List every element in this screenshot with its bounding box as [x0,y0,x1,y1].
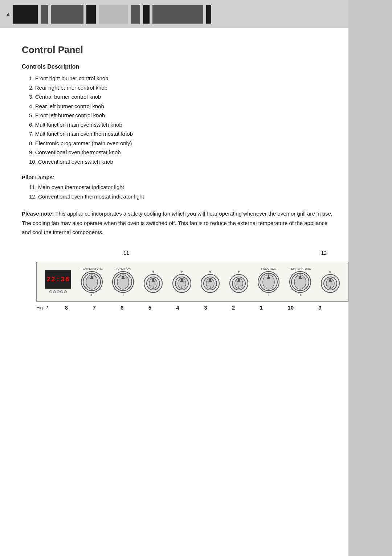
knob-10-top-label: TEMPERATURE [289,267,311,270]
knob-7-top-label: TEMPERATURE [81,267,103,270]
page-number: 4 [7,11,9,17]
bar-block-4 [86,5,96,24]
top-bar: 4 [0,0,392,28]
bottom-num-9: 9 [318,304,321,311]
please-note-label: Please note: [22,210,54,217]
bottom-num-10: 10 [287,304,294,311]
knob-6-circle [112,271,134,293]
knob-7: TEMPERATURE [81,267,103,296]
knob-5: ⊕ [144,270,163,293]
controls-list: 1. Front right burner control knob 2. Re… [22,74,334,166]
bar-block-6 [131,5,140,24]
bar-block-3 [51,5,83,24]
list-item: 8. Electronic programmer (main oven only… [22,139,334,148]
knob-9: ⊕ [321,270,340,293]
knob-6-top-label: FUNCTION [116,267,131,270]
pilot-lamps-heading: Pilot Lamps: [22,174,334,180]
list-item: 7. Multifunction main oven thermostat kn… [22,129,334,139]
label-11: 11 [123,250,129,256]
knob-2-icon: ⊕ [237,270,240,273]
bottom-num-6: 6 [121,304,123,311]
list-item: 9. Conventional oven thermostat knob [22,148,334,157]
knob-8: 22:38 [45,270,71,293]
knob-6: FUNCTION [112,267,134,296]
knob-2: ⊕ [229,270,248,293]
knob-4-icon: ⊕ [180,270,183,273]
display-time: 22:38 [46,276,70,283]
knob-1: FUNCTION [258,267,279,296]
knob-9-icon: ⊕ [329,270,331,273]
list-item: 4. Rear left burner control knob [22,102,334,111]
list-item: 1. Front right burner control knob [22,74,334,83]
fig-label: Fig. 2 [36,305,48,310]
diagram-area: 11 12 22:38 [22,250,334,311]
bottom-num-4: 4 [176,304,179,311]
bar-block-5 [99,5,128,24]
bar-block-1 [13,5,38,24]
bar-block-2 [41,5,48,24]
list-item: 3. Central burner control knob [22,92,334,102]
pilot-lamps-list: 11. Main oven thermostat indicator light… [22,183,334,201]
knob-10: TEMPERATURE [289,267,311,296]
bottom-num-3: 3 [204,304,207,311]
list-item: 12. Conventional oven thermostat indicat… [22,192,334,201]
bar-block-7 [143,5,150,24]
bar-block-9 [206,5,211,24]
bottom-num-2: 2 [232,304,235,311]
knob-1-top-label: FUNCTION [261,267,276,270]
svg-point-26 [294,275,306,289]
list-item: 2. Rear right burner control knob [22,83,334,93]
knob-3-circle [201,274,220,293]
svg-point-23 [263,275,274,289]
please-note-paragraph: Please note: This appliance incorporates… [22,209,334,237]
section-title: Control Panel [22,44,334,56]
knob-3-icon: ⊕ [209,270,212,273]
bottom-num-1: 1 [260,304,263,311]
knob-2-circle [229,274,248,293]
knob-5-circle [144,274,163,293]
list-item: 11. Main oven thermostat indicator light [22,183,334,192]
diagram-numbers-bottom: Fig. 2 8 7 6 5 4 3 2 1 10 9 [22,302,334,311]
top-blocks [0,0,392,28]
bottom-num-7: 7 [93,304,95,311]
knob-3: ⊕ [201,270,220,293]
knob-1-circle [258,271,279,293]
list-item: 5. Front left burner control knob [22,111,334,120]
list-item: 6. Multifunction main oven switch knob [22,120,334,130]
knob-7-circle [81,271,103,293]
knob-4: ⊕ [172,270,191,293]
svg-point-4 [117,275,129,289]
please-note-text: This appliance incorporates a safety coo… [22,210,332,235]
bar-block-8 [152,5,203,24]
knob-10-circle [289,271,311,293]
bottom-numbers: 8 7 6 5 4 3 2 1 10 9 [53,304,334,311]
label-12: 12 [321,250,327,256]
programmer-display: 22:38 [45,270,71,289]
knob-5-icon: ⊕ [152,270,155,273]
bottom-num-8: 8 [65,304,68,311]
controls-description-heading: Controls Description [22,64,334,70]
svg-point-1 [86,275,98,289]
list-item: 10. Conventional oven switch knob [22,157,334,167]
knob-4-circle [172,274,191,293]
bottom-num-5: 5 [148,304,151,311]
control-panel-diagram: 22:38 TEMPERATURE [36,262,348,302]
main-content: Control Panel Controls Description 1. Fr… [0,28,392,324]
knob-9-circle [321,274,340,293]
